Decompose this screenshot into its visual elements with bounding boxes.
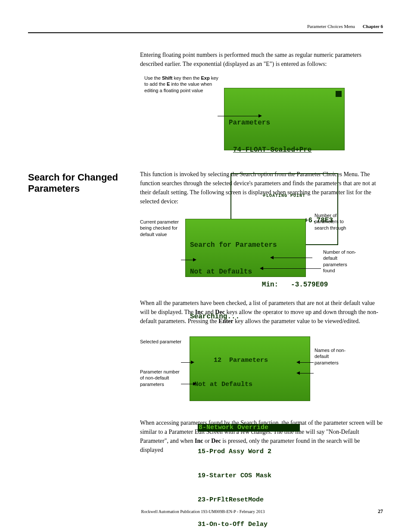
- lcd-screen-1: Parameters 74-FLOAT-Scaled+Pre FLOATING …: [224, 88, 345, 150]
- fig3-caption-r: Names of non-default parameters: [314, 347, 353, 366]
- intro-paragraph: Entering floating point numbers is perfo…: [140, 50, 383, 68]
- lcd3-item: 19-Starter COS Mask: [198, 472, 305, 480]
- arrow-icon: [270, 256, 274, 259]
- fig2-caption-rb: Number of non-default parameters found: [323, 249, 358, 274]
- lcd3-item: 15-Prod Assy Word 2: [198, 448, 305, 456]
- lcd2-line2: Not at Defaults: [190, 268, 301, 277]
- arrow-icon: [296, 371, 300, 375]
- footer-page-number: 27: [378, 508, 383, 515]
- lcd1-box-label: FLOATING POINT: [232, 193, 336, 199]
- lcd3-count: 12: [214, 357, 221, 364]
- fig2-caption-rt: Number of parameters to search through: [314, 212, 349, 231]
- arrow-icon: [296, 361, 300, 364]
- lcd3-item-selected: 8-Network Override: [198, 424, 300, 432]
- fig3-caption-lt: Selected parameter: [140, 339, 183, 345]
- arrow-icon: [258, 114, 262, 118]
- arrow-icon: [191, 361, 194, 364]
- header-section: Parameter Choices Menu: [307, 24, 355, 29]
- e-indicator-icon: [336, 91, 342, 97]
- lcd-screen-3: 12 Parameters Not at Defaults 8-Network …: [190, 336, 310, 401]
- lcd3-item: 23-PrFltResetMode: [198, 496, 305, 504]
- footer-publication: Rockwell Automation Publication 193-UM00…: [141, 509, 265, 514]
- fig1-caption: Use the Shift key then the Exp key to ad…: [144, 75, 220, 93]
- arrow-icon: [193, 258, 196, 261]
- section-heading: Search for Changed Parameters: [28, 172, 127, 195]
- page-header: Parameter Choices Menu Chapter 6: [28, 24, 383, 33]
- lcd1-line1: 74-FLOAT-Scaled+Pre: [233, 146, 340, 155]
- page-footer: Rockwell Automation Publication 193-UM00…: [28, 508, 383, 515]
- lcd2-line1: Search for Parameters: [190, 241, 301, 250]
- fig2-caption-left: Current parameter being checked for defa…: [140, 219, 181, 237]
- lcd2-line3: Searching...: [190, 312, 301, 321]
- arrow-icon: [260, 267, 263, 270]
- arrow-icon: [193, 382, 196, 386]
- lcd1-title: Parameters: [229, 118, 340, 128]
- lcd3-item: 31-On-to-Off Delay: [198, 521, 305, 529]
- lcd3-subtitle: Not at Defaults: [194, 381, 305, 389]
- fig3-caption-lb: Parameter number of non-default paramete…: [140, 369, 183, 387]
- header-chapter: Chapter 6: [363, 24, 383, 29]
